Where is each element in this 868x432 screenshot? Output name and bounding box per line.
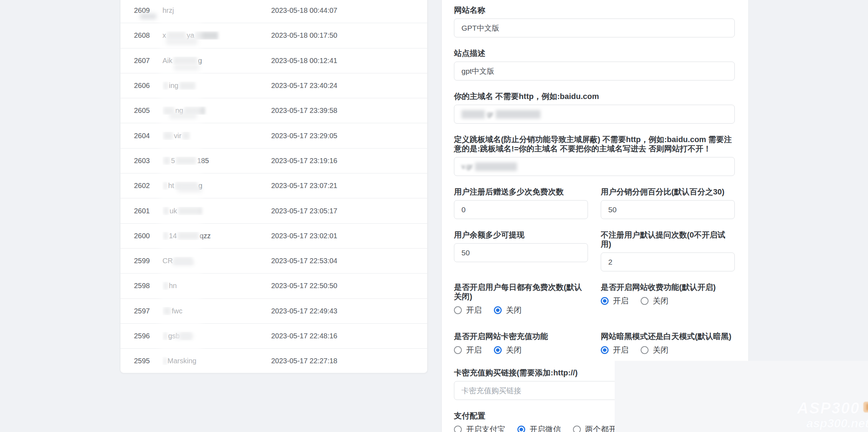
- radio-label: 关闭: [653, 296, 668, 306]
- radio-unchecked-icon[interactable]: [641, 346, 649, 354]
- username: fwc: [162, 307, 271, 315]
- radio-option-开启支付宝[interactable]: 开启支付宝: [454, 424, 505, 432]
- register-time: 2023-05-17 23:40:24: [271, 82, 427, 90]
- radio-label: 关闭: [506, 345, 522, 355]
- radio-label: 开启: [466, 305, 482, 316]
- redacted-fragment: v.gr: [461, 162, 473, 171]
- user-id: 2604: [134, 132, 162, 140]
- username-fragment: ht: [168, 182, 174, 190]
- username-fragment: hrzj: [162, 6, 174, 15]
- jump-domain-input[interactable]: v.gr: [454, 157, 735, 176]
- table-row: 2606 ing 2023-05-17 23:40:24: [120, 73, 427, 98]
- card-recharge-radio-group: 开启关闭: [454, 345, 588, 355]
- commission-pct-input[interactable]: [601, 200, 735, 219]
- register-time: 2023-05-17 23:07:21: [271, 182, 427, 190]
- radio-unchecked-icon[interactable]: [454, 426, 462, 432]
- radio-option-开启[interactable]: 开启: [601, 345, 629, 355]
- main-domain-input[interactable]: gr: [454, 105, 735, 124]
- site-name-label: 网站名称: [454, 6, 735, 15]
- radio-option-关闭[interactable]: 关闭: [494, 305, 522, 316]
- watermark-patch: ASP300 asp300.net: [615, 361, 868, 432]
- radio-unchecked-icon[interactable]: [454, 346, 462, 354]
- blur-smudge: [140, 14, 156, 19]
- redacted-blur: [164, 82, 168, 90]
- commission-pct-label: 用户分销分佣百分比(默认百分之30): [601, 187, 735, 197]
- daily-free-radio-group: 开启关闭: [454, 305, 588, 316]
- radio-option-开启微信[interactable]: 开启微信: [517, 424, 561, 432]
- admin-page: 2609 hrzj 2023-05-18 00:44:07 2608 xya 2…: [0, 0, 868, 432]
- register-time: 2023-05-17 22:49:43: [271, 307, 427, 315]
- site-name-input[interactable]: [454, 19, 735, 37]
- redacted-blur: [164, 182, 167, 190]
- register-time: 2023-05-17 22:27:18: [271, 357, 427, 365]
- table-row: 2607 Aikg 2023-05-18 00:12:41: [120, 48, 427, 73]
- radio-checked-icon[interactable]: [494, 346, 502, 354]
- radio-label: 关闭: [506, 305, 522, 316]
- trial-times-label: 不注册用户默认提问次数(0不开启试用): [601, 230, 735, 249]
- radio-checked-icon[interactable]: [601, 297, 609, 305]
- user-id: 2596: [134, 332, 162, 340]
- radio-unchecked-icon[interactable]: [454, 306, 462, 314]
- jump-domain-label: 定义跳板域名(防止分销功能导致主域屏蔽) 不需要http，例如:baidu.co…: [454, 135, 735, 153]
- user-id: 2603: [134, 157, 162, 165]
- redacted-value: [475, 162, 517, 171]
- username: hn: [162, 282, 271, 290]
- user-id: 2597: [134, 307, 162, 315]
- table-row: 2601 uk 2023-05-17 23:05:17: [120, 198, 427, 223]
- username-fragment: CR: [162, 257, 173, 265]
- radio-option-开启[interactable]: 开启: [454, 345, 482, 355]
- free-times-input[interactable]: [454, 200, 588, 219]
- user-id: 2601: [134, 207, 162, 215]
- radio-option-开启[interactable]: 开启: [601, 296, 629, 306]
- table-row: 2602 htg 2023-05-17 23:07:21: [120, 173, 427, 198]
- radio-label: 开启微信: [529, 424, 561, 432]
- user-id: 2605: [134, 106, 162, 115]
- watermark-badge-icon: [863, 402, 868, 412]
- users-table-card: 2609 hrzj 2023-05-18 00:44:07 2608 xya 2…: [120, 0, 428, 373]
- radio-option-关闭[interactable]: 关闭: [641, 296, 668, 306]
- card-recharge-label: 是否开启网站卡密充值功能: [454, 332, 588, 341]
- radio-unchecked-icon[interactable]: [573, 426, 581, 432]
- watermark: ASP300: [797, 399, 868, 417]
- radio-label: 关闭: [653, 345, 668, 355]
- register-time: 2023-05-17 23:39:58: [271, 106, 427, 115]
- username: uk: [162, 207, 271, 215]
- radio-option-开启[interactable]: 开启: [454, 305, 482, 316]
- redacted-blur: [178, 207, 202, 215]
- dark-mode-radio-group: 开启关闭: [601, 345, 735, 355]
- dark-mode-label: 网站暗黑模式还是白天模式(默认暗黑): [601, 332, 735, 341]
- table-body: 2609 hrzj 2023-05-18 00:44:07 2608 xya 2…: [120, 0, 427, 373]
- table-row: 2600 14qzz 2023-05-17 23:02:01: [120, 223, 427, 248]
- radio-label: 开启支付宝: [466, 424, 505, 432]
- table-row: 2609 hrzj 2023-05-18 00:44:07: [120, 0, 427, 23]
- trial-times-input[interactable]: [601, 253, 735, 271]
- table-row: 2595 Marsking 2023-05-17 22:27:18: [120, 348, 427, 373]
- redacted-blur: [195, 32, 218, 40]
- free-times-label: 用户注册后赠送多少次免费次数: [454, 187, 588, 197]
- charge-enable-radio-group: 开启关闭: [601, 296, 735, 306]
- username-fragment: Marsking: [167, 357, 196, 365]
- radio-checked-icon[interactable]: [517, 426, 525, 432]
- register-time: 2023-05-18 00:12:41: [271, 57, 427, 65]
- radio-option-关闭[interactable]: 关闭: [494, 345, 522, 355]
- redacted-value: [461, 110, 485, 119]
- radio-checked-icon[interactable]: [494, 306, 502, 314]
- register-time: 2023-05-17 23:19:16: [271, 157, 427, 165]
- daily-free-label: 是否开启用户每日都有免费次数(默认关闭): [454, 283, 588, 301]
- withdraw-min-input[interactable]: [454, 243, 588, 262]
- site-desc-input[interactable]: [454, 62, 735, 80]
- radio-checked-icon[interactable]: [601, 346, 609, 354]
- redacted-blur: [164, 357, 166, 365]
- user-id: 2598: [134, 282, 162, 290]
- register-time: 2023-05-17 22:50:50: [271, 282, 427, 290]
- username-fragment: x: [162, 31, 166, 40]
- username-fragment: Aik: [162, 57, 172, 65]
- radio-option-关闭[interactable]: 关闭: [641, 345, 668, 355]
- redacted-blur: [164, 132, 173, 140]
- user-id: 2602: [134, 182, 162, 190]
- redacted-blur: [164, 282, 168, 290]
- table-row: 2596 gsb 2023-05-17 22:48:16: [120, 323, 427, 348]
- radio-unchecked-icon[interactable]: [641, 297, 649, 305]
- redacted-blur: [164, 332, 167, 340]
- user-id: 2599: [134, 257, 162, 265]
